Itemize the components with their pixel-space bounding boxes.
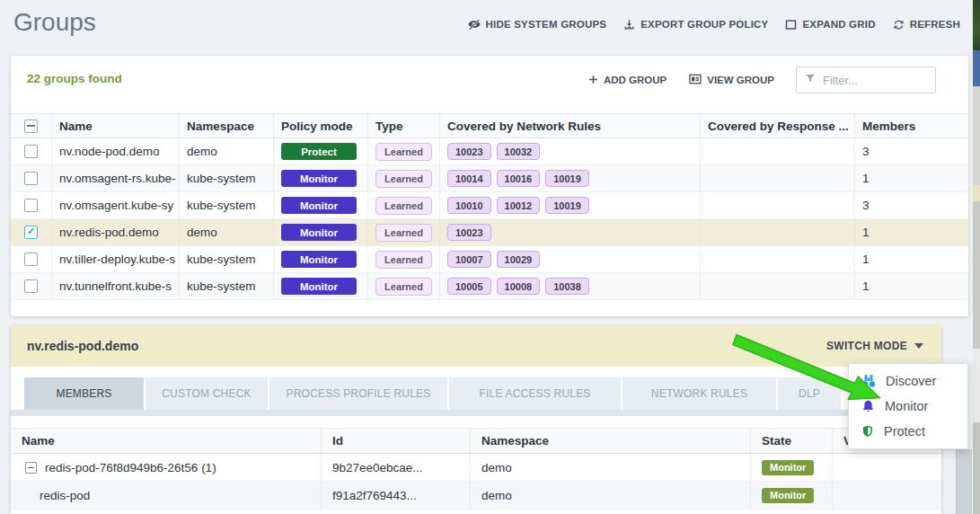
network-rule-chip: 10008 — [497, 278, 541, 295]
network-rule-chip: 10029 — [497, 251, 541, 268]
group-namespace: kube-system — [180, 246, 274, 272]
row-checkbox[interactable] — [24, 145, 38, 158]
switch-mode-menu: DiscoverMonitorProtect — [848, 363, 968, 449]
policy-mode-badge: Monitor — [281, 224, 357, 241]
switch-mode-button[interactable]: SWITCH MODE — [826, 340, 923, 352]
menu-item-discover[interactable]: Discover — [849, 368, 967, 394]
add-group-button[interactable]: ADD GROUP — [587, 74, 667, 87]
members-count: 3 — [855, 138, 968, 164]
row-checkbox[interactable] — [24, 253, 38, 266]
tab-network-rules[interactable]: NETWORK RULES — [622, 377, 776, 410]
column-header-id[interactable]: Id — [322, 429, 471, 453]
groups-table-header: NameNamespacePolicy modeTypeCovered by N… — [11, 113, 968, 138]
network-rules-cell: 100051000810038 — [440, 273, 701, 299]
binoculars-icon — [861, 373, 877, 389]
policy-mode-badge: Monitor — [281, 197, 357, 214]
network-rules-cell: 1002310032 — [440, 138, 701, 164]
member-vulnerabilities — [833, 482, 941, 509]
background-window-sliver — [973, 201, 980, 349]
state-badge: Monitor — [762, 488, 814, 503]
type-chip: Learned — [375, 170, 432, 188]
row-checkbox[interactable] — [24, 279, 38, 293]
member-namespace: demo — [471, 454, 751, 481]
refresh-button[interactable]: REFRESH — [892, 18, 960, 31]
download-icon — [622, 18, 636, 31]
network-rule-chip: 10005 — [447, 278, 491, 295]
column-header-name[interactable]: Name — [52, 114, 180, 137]
row-checkbox[interactable] — [24, 172, 38, 185]
column-header-covered-by-response[interactable]: Covered by Response ... — [701, 114, 855, 137]
network-rules-cell: 100141001610019 — [440, 165, 701, 191]
group-row-nv-omsagent-rs-kube[interactable]: nv.omsagent-rs.kube-kube-systemMonitorLe… — [11, 165, 968, 192]
filter-input[interactable] — [823, 74, 928, 87]
tab-members[interactable]: MEMBERS — [24, 377, 144, 410]
vertical-scrollbar[interactable] — [956, 449, 972, 514]
response-rules-cell — [701, 138, 855, 164]
bell-icon — [861, 399, 876, 414]
member-row-redis-pod[interactable]: redis-podf91a2f769443...demoMonitor — [11, 482, 941, 510]
chevron-down-icon — [914, 343, 923, 349]
background-window-sliver — [973, 50, 980, 86]
type-chip: Learned — [375, 197, 432, 215]
expand-grid-button[interactable]: EXPAND GRID — [784, 18, 875, 31]
column-header-type[interactable]: Type — [368, 114, 440, 137]
group-name: nv.tunnelfront.kube-s — [52, 273, 180, 299]
group-row-nv-node-pod-demo[interactable]: nv.node-pod.demodemoProtectLearned100231… — [11, 138, 968, 165]
members-count: 1 — [855, 246, 968, 272]
member-namespace: demo — [471, 482, 751, 509]
row-checkbox[interactable] — [24, 199, 38, 212]
column-header-name[interactable]: Name — [11, 429, 322, 453]
response-rules-cell — [701, 246, 855, 272]
column-header-namespace[interactable]: Namespace — [180, 114, 274, 137]
type-chip: Learned — [375, 224, 432, 242]
members-count: 1 — [855, 165, 968, 191]
network-rules-cell: 100101001210019 — [440, 192, 701, 218]
group-namespace: kube-system — [180, 165, 274, 191]
groups-panel: 22 groups found ADD GROUP VIEW GROUP Nam… — [11, 56, 968, 316]
refresh-icon — [892, 18, 905, 31]
collapse-icon[interactable] — [25, 462, 37, 474]
group-row-nv-redis-pod-demo[interactable]: nv.redis-pod.demodemoMonitorLearned10023… — [11, 219, 968, 246]
group-row-nv-omsagent-kube-sy[interactable]: nv.omsagent.kube-sykube-systemMonitorLea… — [11, 192, 968, 219]
policy-mode-badge: Monitor — [281, 251, 357, 268]
network-rule-chip: 10038 — [545, 278, 589, 295]
member-name: redis-pod — [40, 489, 90, 502]
menu-item-protect[interactable]: Protect — [849, 419, 967, 444]
column-header-namespace[interactable]: Namespace — [471, 429, 751, 453]
column-header-covered-by-network-rules[interactable]: Covered by Network Rules — [440, 114, 701, 137]
hide-system-groups-button[interactable]: HIDE SYSTEM GROUPS — [467, 17, 607, 31]
network-rules-cell: 10023 — [440, 219, 701, 245]
menu-item-monitor[interactable]: Monitor — [849, 394, 967, 419]
groups-page: Groups HIDE SYSTEM GROUPSEXPORT GROUP PO… — [0, 0, 980, 514]
export-group-policy-button[interactable]: EXPORT GROUP POLICY — [622, 18, 768, 31]
member-row-redis-pod-76f8d949b6-26t56-1[interactable]: redis-pod-76f8d949b6-26t56 (1)9b27ee0ebc… — [11, 454, 941, 482]
view-group-button[interactable]: VIEW GROUP — [688, 72, 774, 88]
network-rule-chip: 10023 — [447, 143, 491, 160]
column-header-state[interactable]: State — [751, 429, 833, 453]
members-count: 1 — [855, 273, 968, 299]
response-rules-cell — [701, 192, 855, 218]
response-rules-cell — [701, 273, 855, 299]
tab-file-access-rules[interactable]: FILE ACCESS RULES — [449, 377, 621, 410]
member-vulnerabilities — [833, 454, 941, 481]
network-rule-chip: 10014 — [447, 170, 491, 187]
policy-mode-badge: Monitor — [281, 278, 357, 295]
groups-table: NameNamespacePolicy modeTypeCovered by N… — [11, 113, 968, 300]
plus-icon — [587, 74, 599, 87]
group-row-nv-tiller-deploy-kube-s[interactable]: nv.tiller-deploy.kube-skube-systemMonito… — [11, 246, 968, 273]
tab-process-profile-rules[interactable]: PROCESS PROFILE RULES — [269, 377, 447, 410]
members-table-header: NameIdNamespaceStateVulnerabilities — [11, 428, 941, 454]
column-header-policy-mode[interactable]: Policy mode — [274, 114, 368, 137]
tab-dlp[interactable]: DLP — [778, 377, 841, 410]
background-window-sliver — [973, 185, 980, 201]
group-namespace: kube-system — [180, 192, 274, 218]
select-all-checkbox[interactable] — [24, 120, 38, 133]
row-checkbox[interactable] — [24, 226, 38, 239]
tab-custom-check[interactable]: CUSTOM CHECK — [146, 377, 268, 410]
response-rules-cell — [701, 219, 855, 245]
detail-header: nv.redis-pod.demo SWITCH MODE — [11, 325, 941, 367]
column-header-members[interactable]: Members — [855, 114, 968, 137]
group-namespace: demo — [180, 219, 274, 245]
group-row-nv-tunnelfront-kube-s[interactable]: nv.tunnelfront.kube-skube-systemMonitorL… — [11, 273, 968, 300]
groups-actions: ADD GROUP VIEW GROUP — [587, 66, 936, 93]
